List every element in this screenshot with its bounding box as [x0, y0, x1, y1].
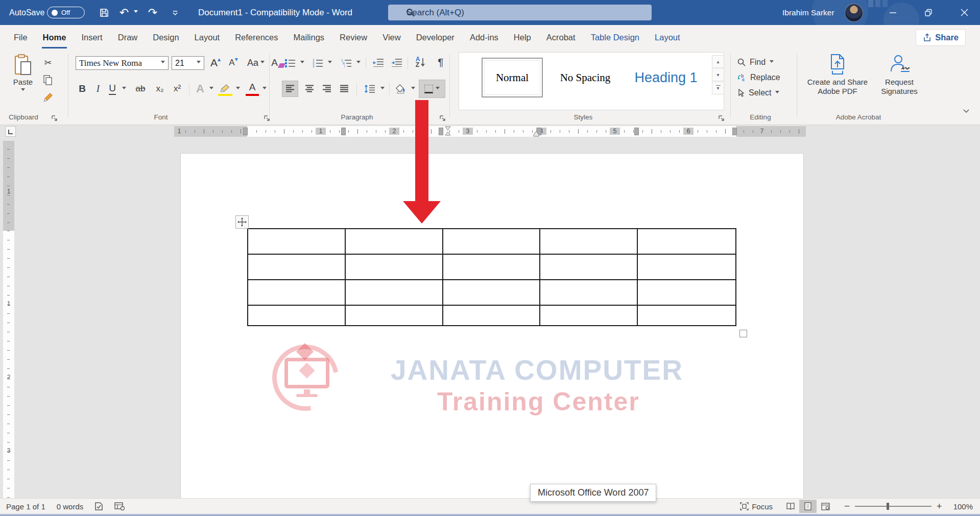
cut-button[interactable]: ✂ — [41, 56, 55, 69]
borders-button[interactable] — [419, 80, 445, 98]
align-left-button[interactable] — [282, 81, 298, 97]
request-signatures-button[interactable]: RequestSignatures — [871, 54, 927, 96]
table-cell[interactable] — [540, 255, 638, 280]
style-heading1[interactable]: Heading 1 — [628, 58, 704, 97]
underline-dropdown[interactable] — [119, 81, 129, 97]
table-cell[interactable] — [638, 229, 735, 255]
subscript-button[interactable]: x₂ — [151, 81, 169, 97]
styles-scroll-up[interactable]: ▴ — [712, 55, 724, 68]
search-input[interactable]: Search (Alt+Q) — [388, 5, 652, 20]
line-spacing-dropdown[interactable] — [379, 81, 386, 97]
clipboard-dialog-launcher[interactable] — [51, 115, 58, 122]
tab-references[interactable]: References — [227, 25, 285, 50]
table-cell[interactable] — [540, 306, 638, 325]
superscript-button[interactable]: x² — [169, 81, 186, 97]
shading-button[interactable] — [392, 81, 410, 97]
paragraph-dialog-launcher[interactable] — [439, 115, 446, 122]
tab-help[interactable]: Help — [506, 25, 539, 50]
justify-button[interactable] — [336, 81, 352, 97]
table-cell[interactable] — [443, 229, 541, 255]
table-cell[interactable] — [346, 280, 443, 306]
paste-button[interactable]: Paste — [8, 54, 38, 93]
tab-home[interactable]: Home — [35, 25, 74, 50]
zoom-in-button[interactable]: + — [937, 501, 942, 512]
table-move-handle[interactable] — [235, 215, 249, 229]
numbering-dropdown[interactable] — [326, 55, 334, 70]
strikethrough-button[interactable]: ab — [131, 81, 150, 97]
decrease-indent-button[interactable] — [370, 55, 387, 70]
zoom-slider-thumb[interactable] — [887, 503, 889, 510]
tab-developer[interactable]: Developer — [409, 25, 462, 50]
table-cell[interactable] — [248, 306, 346, 325]
indent-markers[interactable] — [444, 126, 451, 137]
tab-acrobat[interactable]: Acrobat — [539, 25, 583, 50]
show-paragraph-marks-button[interactable]: ¶ — [433, 54, 448, 70]
tab-table-design[interactable]: Table Design — [583, 25, 647, 50]
sort-button[interactable]: A Z — [411, 54, 430, 70]
tab-insert[interactable]: Insert — [74, 25, 110, 50]
tab-view[interactable]: View — [375, 25, 408, 50]
grow-font-button[interactable]: A▴ — [207, 55, 224, 70]
style-normal[interactable]: Normal — [482, 58, 543, 97]
table-cell[interactable] — [638, 280, 735, 306]
table-resize-handle[interactable] — [739, 330, 747, 337]
table-cell[interactable] — [443, 306, 541, 325]
autosave-toggle[interactable]: Off — [47, 7, 85, 18]
highlight-dropdown[interactable] — [234, 81, 242, 97]
text-effects-dropdown[interactable] — [207, 81, 216, 97]
line-spacing-button[interactable] — [361, 81, 379, 97]
styles-scroll-down[interactable]: ▾ — [712, 68, 724, 81]
font-size-combo[interactable]: 21 — [172, 56, 204, 70]
table-cell[interactable] — [248, 229, 346, 255]
font-name-combo[interactable]: Times New Roma — [76, 56, 169, 70]
redo-button[interactable]: ↷ — [145, 0, 160, 25]
zoom-out-button[interactable]: − — [844, 501, 850, 512]
share-button[interactable]: Share — [916, 29, 966, 46]
tab-file[interactable]: File — [6, 25, 35, 50]
text-effects-button[interactable]: A — [192, 81, 208, 97]
table-cell[interactable] — [443, 255, 541, 280]
focus-button[interactable]: Focus — [740, 502, 773, 511]
bullets-button[interactable] — [282, 55, 298, 70]
shading-dropdown[interactable] — [410, 81, 417, 97]
font-color-button[interactable]: A — [244, 81, 260, 97]
table-cell[interactable] — [443, 280, 541, 306]
align-center-button[interactable] — [301, 81, 318, 97]
replace-button[interactable]: bc Replace — [737, 71, 794, 84]
collapse-ribbon-button[interactable] — [959, 105, 973, 117]
find-button[interactable]: Find — [737, 56, 791, 68]
tab-mailings[interactable]: Mailings — [286, 25, 332, 50]
bold-button[interactable]: B — [75, 81, 90, 97]
shrink-font-button[interactable]: A▾ — [225, 55, 242, 70]
table-cell[interactable] — [248, 280, 346, 306]
undo-dropdown[interactable] — [132, 0, 140, 25]
undo-button[interactable]: ↶ — [116, 0, 132, 25]
save-button[interactable] — [95, 0, 113, 25]
select-button[interactable]: Select — [737, 87, 794, 99]
word-count[interactable]: 0 words — [57, 502, 84, 511]
format-painter-button[interactable] — [41, 91, 55, 104]
page-indicator[interactable]: Page 1 of 1 — [6, 502, 45, 511]
table-cell[interactable] — [638, 306, 735, 325]
print-layout-button[interactable] — [799, 500, 817, 513]
table-cell[interactable] — [248, 255, 346, 280]
table-cell[interactable] — [346, 229, 443, 255]
macro-recording[interactable] — [114, 502, 125, 510]
tab-layout[interactable]: Layout — [187, 25, 228, 50]
tab-stop-selector[interactable] — [5, 126, 16, 137]
zoom-level[interactable]: 100% — [953, 502, 973, 511]
increase-indent-button[interactable] — [388, 55, 405, 70]
table-column-marker[interactable] — [243, 128, 248, 135]
create-share-pdf-button[interactable]: Create and ShareAdobe PDF — [805, 54, 870, 96]
zoom-slider[interactable] — [855, 506, 931, 507]
tab-table-layout[interactable]: Layout — [647, 25, 688, 50]
customize-qat-button[interactable] — [169, 0, 182, 25]
read-mode-button[interactable] — [782, 500, 799, 513]
multilevel-list-button[interactable]: 1ai — [338, 55, 354, 70]
table-cell[interactable] — [540, 229, 638, 255]
table-cell[interactable] — [346, 306, 443, 325]
web-layout-button[interactable] — [817, 500, 834, 513]
restore-button[interactable] — [914, 0, 943, 25]
highlight-button[interactable] — [217, 81, 234, 97]
table-cell[interactable] — [346, 255, 443, 280]
